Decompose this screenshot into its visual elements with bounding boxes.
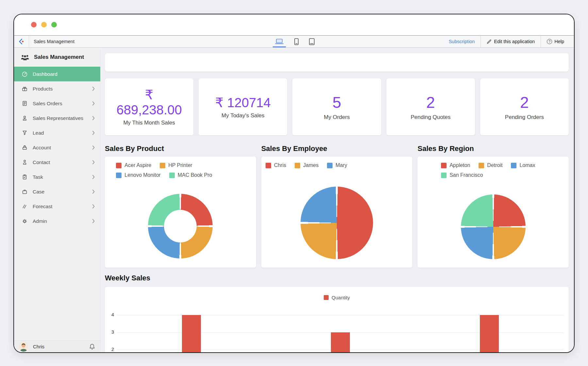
edit-application-button[interactable]: Edit this application [481, 36, 541, 47]
subscription-link[interactable]: Subscription [443, 36, 481, 47]
stat-value: 2 [426, 93, 435, 112]
stat-card: ₹ 120714My Today's Sales [199, 78, 287, 135]
y-axis-tick: 2 [105, 347, 114, 352]
admin-icon [21, 218, 28, 224]
legend-item-quantity[interactable]: Quantity [324, 295, 350, 300]
sidebar-item-label: Case [33, 189, 44, 195]
lead-icon [21, 130, 28, 136]
legend-item-san-francisco[interactable]: San Francisco [441, 172, 483, 178]
chevron-right-icon [92, 101, 95, 106]
mobile-preview-button[interactable] [293, 36, 300, 47]
creator-logo-icon [18, 38, 25, 45]
stat-currency: ₹ [145, 88, 153, 102]
sidebar-item-label: Sales Orders [33, 101, 62, 107]
legend-label: San Francisco [449, 172, 483, 178]
sidebar-item-label: Products [33, 86, 53, 92]
device-preview-switcher [274, 36, 316, 47]
tablet-icon [309, 38, 315, 45]
tablet-preview-button[interactable] [308, 36, 316, 47]
topbar-actions: Subscription Edit this application ? Hel… [443, 36, 570, 47]
question-mark-icon: ? [547, 39, 552, 44]
stat-label: My This Month Sales [123, 120, 175, 126]
app-title: Sales Management [34, 36, 74, 47]
chart-legend: Acer AspireHP PrinterLenovo MonitorMAC B… [112, 162, 249, 182]
case-icon [21, 189, 28, 195]
sidebar-app-header: Sales Management [14, 48, 100, 67]
sidebar-item-account[interactable]: Account [14, 140, 100, 155]
legend-item-chris[interactable]: Chris [266, 162, 286, 168]
legend-item-appleton[interactable]: Appleton [441, 162, 470, 168]
user-name: Chris [33, 344, 89, 349]
sidebar-item-dashboard[interactable]: Dashboard [14, 67, 100, 81]
sales-by-region-chart-card: AppletonDetroitLomaxSan Francisco [417, 157, 569, 268]
legend-item-james[interactable]: James [295, 162, 318, 168]
legend-swatch [295, 163, 300, 168]
sidebar-item-task[interactable]: Task [14, 170, 100, 184]
laptop-icon [275, 38, 284, 45]
sidebar-item-products[interactable]: Products [14, 81, 100, 96]
chevron-right-icon [92, 145, 95, 150]
donut-hole [164, 210, 197, 242]
zoom-window-icon[interactable] [51, 22, 57, 27]
sidebar-item-sales-orders[interactable]: Sales Orders [14, 96, 100, 111]
legend-label: Lomax [519, 162, 535, 168]
stat-cards-row: ₹689,238.00My This Month Sales₹ 120714My… [105, 78, 569, 135]
sales-orders-icon [21, 100, 28, 107]
notifications-button[interactable] [89, 343, 95, 350]
chart-legend: AppletonDetroitLomaxSan Francisco [437, 162, 549, 182]
legend-label: Acer Aspire [124, 162, 151, 168]
sidebar-nav: DashboardProductsSales OrdersSales Repre… [14, 67, 100, 228]
dashboard-icon [21, 71, 28, 77]
minimize-window-icon[interactable] [41, 22, 47, 27]
stat-value: ₹ 120714 [215, 95, 271, 110]
sidebar-item-lead[interactable]: Lead [14, 125, 100, 140]
sidebar-item-label: Contact [33, 159, 50, 165]
legend-item-mac-book-pro[interactable]: MAC Book Pro [169, 172, 212, 178]
creator-logo[interactable] [14, 36, 29, 47]
dashboard-main: ₹689,238.00My This Month Sales₹ 120714My… [101, 48, 574, 352]
legend-swatch [324, 295, 329, 300]
sidebar-item-forecast[interactable]: Forecast [14, 199, 100, 214]
sidebar-item-contact[interactable]: Contact [14, 155, 100, 170]
y-axis-tick: 3 [105, 329, 114, 335]
bar-quantity [182, 315, 201, 352]
legend-label: Quantity [332, 295, 350, 300]
sidebar-item-label: Task [33, 174, 43, 180]
sidebar-item-label: Sales Representatives [33, 115, 83, 121]
legend-swatch [511, 163, 516, 168]
sales-by-employee-title: Sales By Employee [261, 144, 413, 153]
sidebar-item-sales-representatives[interactable]: Sales Representatives [14, 111, 100, 125]
sales-by-region-title: Sales By Region [417, 144, 569, 153]
legend-swatch [160, 163, 165, 168]
legend-item-mary[interactable]: Mary [327, 162, 347, 168]
chevron-right-icon [92, 175, 95, 179]
legend-item-acer-aspire[interactable]: Acer Aspire [116, 162, 151, 168]
account-icon [21, 144, 28, 151]
help-button[interactable]: ? Help [541, 36, 570, 47]
sidebar-item-admin[interactable]: Admin [14, 214, 100, 228]
stat-value: 689,238.00 [116, 102, 182, 118]
legend-label: MAC Book Pro [178, 172, 212, 178]
sidebar-item-case[interactable]: Case [14, 184, 100, 199]
desktop-preview-button[interactable] [274, 36, 285, 47]
sidebar-item-label: Admin [33, 218, 47, 224]
close-window-icon[interactable] [31, 22, 37, 27]
legend-swatch [169, 173, 175, 178]
contact-icon [21, 159, 28, 165]
legend-item-lenovo-monitor[interactable]: Lenovo Monitor [116, 172, 160, 178]
sidebar-item-label: Dashboard [33, 71, 57, 77]
legend-label: HP Printer [168, 162, 192, 168]
legend-item-lomax[interactable]: Lomax [511, 162, 535, 168]
pie-chart [301, 187, 373, 259]
weekly-sales-title: Weekly Sales [105, 274, 150, 282]
user-footer[interactable]: Chris [14, 341, 100, 352]
chevron-right-icon [92, 219, 95, 223]
sales-by-product-chart-card: Acer AspireHP PrinterLenovo MonitorMAC B… [105, 157, 256, 268]
stat-label: My Today's Sales [221, 112, 264, 119]
pie-chart [461, 194, 526, 259]
legend-item-detroit[interactable]: Detroit [479, 162, 502, 168]
legend-swatch [441, 173, 447, 178]
traffic-lights [31, 22, 57, 27]
legend-item-hp-printer[interactable]: HP Printer [160, 162, 192, 168]
stat-card: 5My Orders [292, 78, 381, 135]
